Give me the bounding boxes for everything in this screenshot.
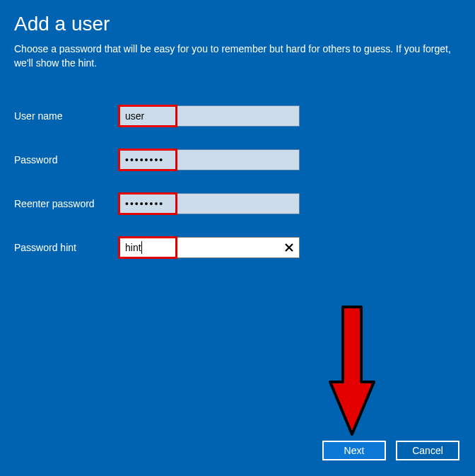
arrow-annotation [327,304,377,441]
footer-buttons: Next Cancel [322,441,459,460]
username-input[interactable] [119,105,300,127]
cancel-button[interactable]: Cancel [396,441,459,460]
page-subtitle: Choose a password that will be easy for … [14,42,452,70]
password-label: Password [14,154,119,166]
reenter-password-label: Reenter password [14,198,119,209]
password-hint-label: Password hint [14,242,119,253]
password-hint-input[interactable] [119,237,300,258]
row-password: Password [14,149,461,170]
clear-input-button[interactable] [280,238,298,257]
username-label: User name [14,110,119,122]
close-icon [284,243,294,252]
password-input[interactable] [119,149,300,170]
page-title: Add a user [14,13,461,35]
reenter-password-input[interactable] [119,193,300,214]
next-button[interactable]: Next [322,441,386,460]
row-reenter-password: Reenter password [14,193,461,214]
row-username: User name [14,105,461,127]
row-password-hint: Password hint [14,237,461,258]
